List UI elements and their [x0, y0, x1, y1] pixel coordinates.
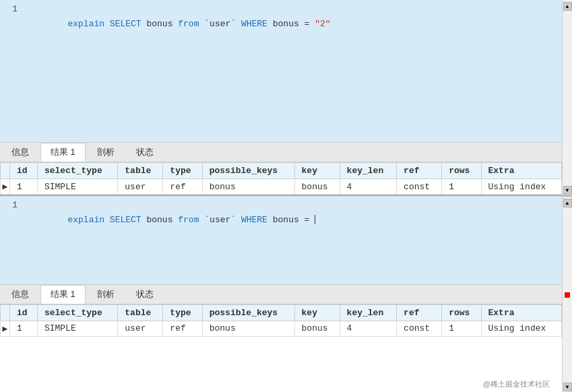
tab-result1-bottom[interactable]: 结果 1	[40, 285, 86, 304]
table-row-bot-1: ▶ 1 SIMPLE user ref bonus bonus 4 const …	[1, 321, 562, 336]
cell-ref-top-1: const	[397, 179, 442, 195]
cell-rows-bot-1: 1	[442, 321, 481, 336]
col-type-header-top: type	[163, 163, 202, 179]
cell-key-len-top-1: 4	[340, 179, 397, 195]
sql-from-kw: from	[178, 19, 199, 29]
sql-select-kw-bot: SELECT	[110, 215, 141, 225]
cell-type-top-1: ref	[163, 179, 202, 195]
cell-possible-keys-bot-1: bonus	[202, 321, 294, 336]
scroll-down-button-top[interactable]: ▼	[563, 186, 572, 195]
cell-key-bot-1: bonus	[294, 321, 340, 336]
top-results-table: id select_type table type possible_keys …	[0, 162, 562, 195]
sql-condition-text-bot: bonus =	[267, 215, 315, 225]
cell-table-bot-1: user	[118, 321, 163, 336]
sql-explain-kw: explain	[67, 19, 109, 29]
sql-select-kw: SELECT	[110, 19, 141, 29]
col-id-header-bot: id	[10, 304, 38, 321]
col-possible-keys-header-bot: possible_keys	[202, 304, 294, 321]
tab-status-bottom[interactable]: 状态	[126, 285, 164, 304]
col-select-type-header-bot: select_type	[37, 304, 117, 321]
line-number-top: 1	[3, 4, 18, 14]
sql-from-kw-bot: from	[178, 215, 199, 225]
right-scrollbar[interactable]: ▲ ▼ ▲ ▼	[562, 0, 572, 392]
col-type-header-bot: type	[163, 304, 202, 321]
sql-explain-kw-bot: explain	[67, 215, 109, 225]
row-indicator-bot-1: ▶	[1, 321, 10, 336]
scroll-down-button-bot[interactable]: ▼	[563, 383, 572, 391]
tab-profile-top[interactable]: 剖析	[87, 143, 125, 162]
sql-table-text-bot: `user`	[199, 215, 241, 225]
cell-extra-top-1: Using index	[481, 179, 561, 195]
col-table-header-bot: table	[118, 304, 163, 321]
tab-result1-top[interactable]: 结果 1	[40, 143, 86, 162]
col-ref-header-bot: ref	[397, 304, 442, 321]
cell-extra-bot-1: Using index	[481, 321, 561, 336]
tab-status-top[interactable]: 状态	[126, 143, 164, 162]
cell-type-bot-1: ref	[163, 321, 202, 336]
top-scrollbar-area[interactable]: ▲ ▼	[563, 0, 572, 195]
bottom-sql-code[interactable]: explain SELECT bonus from `user` WHERE b…	[20, 196, 562, 284]
col-indicator-header-bot	[1, 304, 10, 321]
top-tab-bar: 信息 结果 1 剖析 状态	[0, 142, 562, 162]
col-possible-keys-header-top: possible_keys	[202, 163, 294, 179]
sql-value-text: "2"	[315, 19, 330, 29]
col-key-header-bot: key	[294, 304, 340, 321]
col-ref-header-top: ref	[397, 163, 442, 179]
tab-info-top[interactable]: 信息	[1, 143, 39, 162]
bottom-sql-editor[interactable]: 1 explain SELECT bonus from `user` WHERE…	[0, 196, 562, 284]
col-extra-header-top: Extra	[481, 163, 561, 179]
col-key-len-header-top: key_len	[340, 163, 397, 179]
bottom-results-table: id select_type table type possible_keys …	[0, 304, 562, 337]
col-table-header-top: table	[118, 163, 163, 179]
table-row-top-1: ▶ 1 SIMPLE user ref bonus bonus 4 const …	[1, 179, 562, 195]
col-key-len-header-bot: key_len	[340, 304, 397, 321]
bottom-results-area: id select_type table type possible_keys …	[0, 304, 562, 393]
bottom-scrollbar-area[interactable]: ▲ ▼	[563, 197, 572, 392]
sql-where-kw-bot: WHERE	[241, 215, 267, 225]
sql-where-kw: WHERE	[241, 19, 267, 29]
top-sql-code[interactable]: explain SELECT bonus from `user` WHERE b…	[20, 0, 562, 142]
cell-select-type-bot-1: SIMPLE	[37, 321, 117, 336]
cell-key-top-1: bonus	[294, 179, 340, 195]
cell-possible-keys-top-1: bonus	[202, 179, 294, 195]
col-key-header-top: key	[294, 163, 340, 179]
sql-condition-text: bonus =	[267, 19, 315, 29]
row-indicator-top-1: ▶	[1, 179, 10, 195]
cell-key-len-bot-1: 4	[340, 321, 397, 336]
cell-select-type-top-1: SIMPLE	[37, 179, 117, 195]
sql-table-text: `user`	[199, 19, 241, 29]
col-indicator-header-top	[1, 163, 10, 179]
text-cursor-bottom	[315, 215, 315, 224]
col-rows-header-top: rows	[442, 163, 481, 179]
col-select-type-header-top: select_type	[37, 163, 117, 179]
scroll-up-button[interactable]: ▲	[563, 2, 572, 11]
col-extra-header-bot: Extra	[481, 304, 561, 321]
watermark-text: @稀土掘金技术社区	[483, 379, 550, 389]
sql-bonus-text: bonus	[141, 19, 179, 29]
bottom-tab-bar: 信息 结果 1 剖析 状态	[0, 284, 562, 304]
scroll-up-button-bot[interactable]: ▲	[563, 199, 572, 207]
cell-id-bot-1: 1	[10, 321, 38, 336]
line-number-bottom: 1	[3, 200, 18, 210]
cell-rows-top-1: 1	[442, 179, 481, 195]
cell-table-top-1: user	[118, 179, 163, 195]
red-marker	[565, 292, 570, 298]
top-sql-editor[interactable]: 1 explain SELECT bonus from `user` WHERE…	[0, 0, 562, 142]
cell-ref-bot-1: const	[397, 321, 442, 336]
top-results-area: id select_type table type possible_keys …	[0, 162, 562, 195]
tab-profile-bottom[interactable]: 剖析	[87, 285, 125, 304]
col-id-header-top: id	[10, 163, 38, 179]
sql-bonus-text-bot: bonus	[141, 215, 179, 225]
cell-id-top-1: 1	[10, 179, 38, 195]
col-rows-header-bot: rows	[442, 304, 481, 321]
tab-info-bottom[interactable]: 信息	[1, 285, 39, 304]
